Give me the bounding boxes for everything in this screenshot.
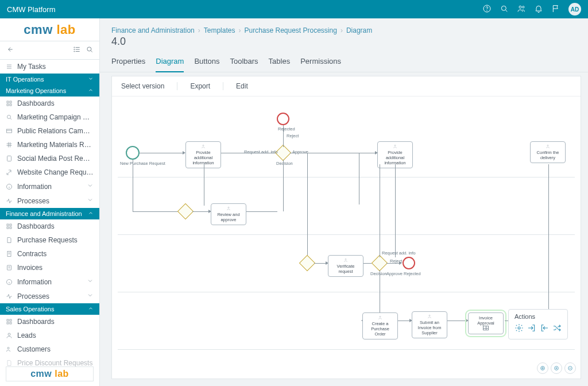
task-confirm[interactable]: Confirm the delivery xyxy=(530,141,566,163)
brand-logo: cmw lab xyxy=(0,18,99,41)
sidebar-item-invoices[interactable]: Invoices xyxy=(0,261,99,275)
nav-tree: My Tasks IT Operations Marketing Operati… xyxy=(0,60,99,386)
search-icon[interactable] xyxy=(500,4,509,15)
svg-point-33 xyxy=(228,207,229,208)
list-icon[interactable] xyxy=(73,45,81,55)
help-icon[interactable] xyxy=(482,4,492,15)
sidebar: cmw lab My Tasks IT Operations Marketing… xyxy=(0,18,100,386)
bc-diagram[interactable]: Diagram xyxy=(346,26,372,34)
sidebar-item-proc[interactable]: Processes xyxy=(0,194,99,208)
svg-rect-11 xyxy=(7,104,9,106)
enter-icon[interactable] xyxy=(527,323,536,334)
sidebar-item-sales-dashboards[interactable]: Dashboards xyxy=(0,315,99,329)
start-label: New Purchase Request xyxy=(120,161,165,166)
svg-rect-14 xyxy=(7,129,12,133)
svg-point-3 xyxy=(519,6,521,8)
task-invoice-approval[interactable]: Invoice Approval xyxy=(468,312,504,334)
task-submit-inv[interactable]: Submit an Invoice from Supplier xyxy=(412,311,447,338)
gateway-merge2[interactable] xyxy=(299,255,315,271)
search-icon[interactable] xyxy=(86,45,94,55)
end-label-mid: Rejected xyxy=(404,271,421,276)
zoom-in-button[interactable] xyxy=(551,362,562,374)
svg-rect-17 xyxy=(7,224,9,226)
app-header: CMW Platform AD xyxy=(0,0,588,18)
zoom-controls xyxy=(537,362,576,374)
tb-edit[interactable]: Edit xyxy=(236,82,261,90)
tab-diagram[interactable]: Diagram xyxy=(156,52,184,72)
zoom-out-button[interactable] xyxy=(564,362,576,374)
sidebar-group-itops[interactable]: IT Operations xyxy=(0,74,99,85)
svg-point-13 xyxy=(7,115,11,119)
diagram-canvas[interactable]: New Purchase Request Provide additional … xyxy=(112,96,581,379)
tab-buttons[interactable]: Buttons xyxy=(194,52,219,72)
bc-templates[interactable]: Templates xyxy=(204,26,235,34)
sidebar-item-mytasks[interactable]: My Tasks xyxy=(0,60,99,74)
end-event-rejected-mid[interactable] xyxy=(403,257,415,269)
people-icon[interactable] xyxy=(517,4,526,15)
actions-title: Actions xyxy=(514,313,562,320)
sidebar-item-info[interactable]: Information xyxy=(0,179,99,194)
sidebar-item-web[interactable]: Website Change Requests xyxy=(0,165,99,179)
svg-rect-9 xyxy=(7,101,9,103)
tab-properties[interactable]: Properties xyxy=(111,52,145,72)
actions-popover: Actions xyxy=(508,309,568,339)
svg-point-35 xyxy=(380,316,381,317)
task-review[interactable]: Review and approve xyxy=(211,203,246,225)
sidebar-group-mktops[interactable]: Marketing Operations xyxy=(0,85,99,96)
sidebar-item-fin-info[interactable]: Information xyxy=(0,275,99,289)
tb-select-version[interactable]: Select version xyxy=(121,82,177,90)
svg-point-2 xyxy=(501,6,506,10)
sidebar-group-sales[interactable]: Sales Operations xyxy=(0,303,99,315)
task-verify[interactable]: Verificate request xyxy=(328,255,363,277)
lbl-reject-top: Reject xyxy=(287,133,299,138)
svg-rect-25 xyxy=(10,319,11,321)
svg-rect-10 xyxy=(10,101,11,103)
flag-icon[interactable] xyxy=(551,4,560,15)
sidebar-item-purchase[interactable]: Purchase Requests xyxy=(0,233,99,247)
back-icon[interactable] xyxy=(6,45,14,55)
end-label-top: Rejected xyxy=(278,126,295,132)
svg-point-31 xyxy=(394,145,396,146)
sidebar-item-leads[interactable]: Leads xyxy=(0,329,99,342)
sidebar-item-social[interactable]: Social Media Post Requests xyxy=(0,152,99,165)
gateway-decision2[interactable] xyxy=(372,255,388,271)
gear-icon[interactable] xyxy=(514,323,524,334)
sidebar-item-campaign[interactable]: Marketing Campaign Req... xyxy=(0,110,99,124)
gateway-merge1[interactable] xyxy=(177,203,194,219)
main-area: Finance and Administration› Templates› P… xyxy=(100,18,588,386)
task-provide1[interactable]: Provide additional information xyxy=(185,141,221,168)
tb-export[interactable]: Export xyxy=(190,82,223,90)
exit-icon[interactable] xyxy=(540,323,549,334)
sidebar-item-fin-proc[interactable]: Processes xyxy=(0,289,99,303)
tab-permissions[interactable]: Permissions xyxy=(300,52,341,72)
sidebar-item-contracts[interactable]: Contracts xyxy=(0,247,99,261)
task-create-po[interactable]: Create a Purchase Order xyxy=(362,312,398,339)
svg-point-6 xyxy=(74,49,75,49)
svg-point-28 xyxy=(8,333,10,335)
tab-tables[interactable]: Tables xyxy=(269,52,291,72)
svg-point-7 xyxy=(74,51,75,52)
sidebar-footer-brand: cmw lab xyxy=(6,366,94,381)
end-event-rejected-top[interactable] xyxy=(277,113,289,125)
lbl-reqinfo1: Request add. info xyxy=(244,149,278,155)
svg-point-34 xyxy=(345,258,346,260)
avatar[interactable]: AD xyxy=(568,3,581,16)
sidebar-item-fin-dashboards[interactable]: Dashboards xyxy=(0,219,99,233)
svg-point-4 xyxy=(523,6,524,7)
sidebar-item-customers[interactable]: Customers xyxy=(0,342,99,356)
sidebar-item-pr[interactable]: Public Relations Campaig... xyxy=(0,124,99,138)
tab-toolbars[interactable]: Toolbars xyxy=(230,52,258,72)
lbl-approve2: Approve xyxy=(386,271,403,276)
start-event[interactable] xyxy=(126,146,140,160)
sidebar-item-materials[interactable]: Marketing Materials Requ... xyxy=(0,138,99,152)
bc-purchase[interactable]: Purchase Request Processing xyxy=(244,26,336,34)
bc-finance[interactable]: Finance and Administration xyxy=(111,26,195,34)
sidebar-item-dashboards[interactable]: Dashboards xyxy=(0,96,99,110)
sidebar-group-fin[interactable]: Finance and Administration xyxy=(0,208,99,219)
svg-point-30 xyxy=(203,145,204,146)
bell-icon[interactable] xyxy=(534,4,543,15)
svg-rect-20 xyxy=(10,227,11,229)
zoom-fit-button[interactable] xyxy=(537,362,548,374)
shuffle-icon[interactable] xyxy=(552,323,562,334)
header-icon-group: AD xyxy=(482,3,581,16)
